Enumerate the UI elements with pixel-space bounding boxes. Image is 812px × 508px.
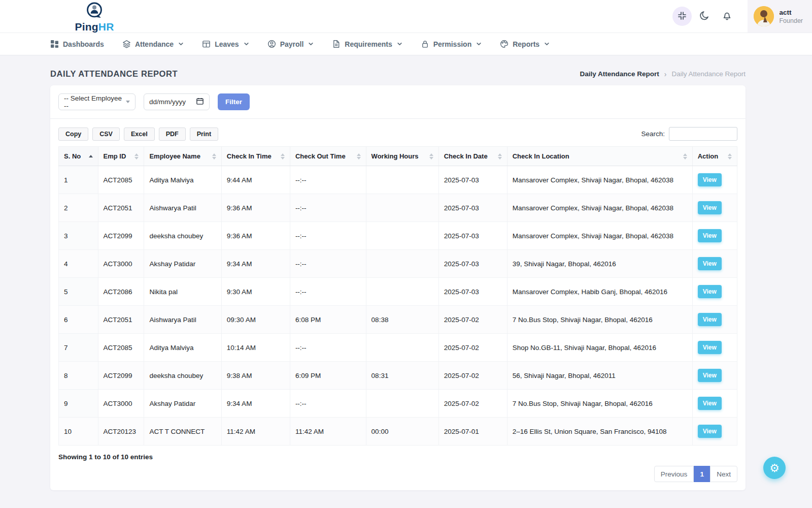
cell-emp-id: ACT3000	[98, 250, 144, 278]
cell-sno: 6	[59, 306, 98, 334]
nav-item-requirements[interactable]: Requirements	[332, 40, 402, 48]
cell-check-in-time: 9:34 AM	[221, 390, 290, 418]
page-1-button[interactable]: 1	[694, 466, 710, 482]
app-header: PingHR	[0, 0, 812, 33]
column-header-action[interactable]: Action	[692, 147, 737, 166]
palette-icon	[500, 40, 509, 48]
nav-item-permission[interactable]: Permission	[421, 40, 482, 48]
cell-emp-id: ACT2051	[98, 194, 144, 222]
cell-emp-id: ACT2085	[98, 334, 144, 362]
view-button[interactable]: View	[698, 425, 722, 438]
cell-action: View	[692, 362, 737, 390]
cell-employee-name: ACT T CONNECT	[144, 418, 221, 446]
cell-action: View	[692, 390, 737, 418]
nav-item-leaves[interactable]: Leaves	[202, 40, 249, 48]
user-meta: actt Founder	[779, 9, 803, 24]
brand-logo[interactable]: PingHR	[75, 1, 114, 32]
cell-check-out-time: --:--	[290, 390, 366, 418]
document-icon	[332, 40, 341, 48]
view-button[interactable]: View	[698, 201, 722, 214]
table-row: 2 ACT2051 Aishwarya Patil 9:36 AM --:-- …	[59, 194, 737, 222]
view-button[interactable]: View	[698, 173, 722, 186]
cell-employee-name: Akshay Patidar	[144, 390, 221, 418]
cell-employee-name: Aishwarya Patil	[144, 306, 221, 334]
column-header-check-out-time[interactable]: Check Out Time	[290, 147, 366, 166]
cell-check-in-location: Mansarover Complex, Shivaji Nagar, Bhopa…	[507, 166, 692, 194]
user-menu[interactable]: actt Founder	[748, 0, 812, 33]
csv-button[interactable]: CSV	[92, 128, 120, 141]
sort-icon	[683, 153, 687, 160]
settings-fab-button[interactable]: ⚙	[763, 457, 786, 479]
brand-name: PingHR	[75, 21, 114, 32]
nav-label: Dashboards	[63, 40, 104, 48]
cell-check-in-date: 2025-07-01	[438, 418, 507, 446]
cell-check-in-time: 9:34 AM	[221, 250, 290, 278]
view-button[interactable]: View	[698, 257, 722, 270]
cell-check-in-date: 2025-07-02	[438, 362, 507, 390]
cell-emp-id: ACT3000	[98, 390, 144, 418]
view-button[interactable]: View	[698, 229, 722, 242]
dark-mode-button[interactable]	[695, 7, 714, 26]
user-name: actt	[779, 9, 803, 16]
cell-emp-id: ACT2099	[98, 362, 144, 390]
column-header-emp-id[interactable]: Emp ID	[98, 147, 144, 166]
column-header-check-in-time[interactable]: Check In Time	[221, 147, 290, 166]
cell-working-hours	[366, 250, 438, 278]
employee-select-value: -- Select Employee --	[64, 94, 126, 110]
breadcrumb-item-sub: Daily Attendance Report	[671, 70, 746, 78]
search-input[interactable]	[669, 127, 737, 141]
cell-check-out-time: --:--	[290, 222, 366, 250]
breadcrumb-item-current[interactable]: Daily Attendance Report	[580, 70, 659, 78]
table-row: 1 ACT2085 Aditya Malviya 9:44 AM --:-- 2…	[59, 166, 737, 194]
breadcrumb-separator-icon: ›	[664, 70, 667, 78]
fullscreen-compress-button[interactable]	[672, 7, 692, 26]
column-header-check-in-date[interactable]: Check In Date	[438, 147, 507, 166]
cell-check-in-date: 2025-07-03	[438, 222, 507, 250]
view-button[interactable]: View	[698, 285, 722, 298]
cell-sno: 1	[59, 166, 98, 194]
cell-check-in-date: 2025-07-03	[438, 278, 507, 306]
view-button[interactable]: View	[698, 313, 722, 326]
excel-button[interactable]: Excel	[124, 128, 155, 141]
view-button[interactable]: View	[698, 341, 722, 354]
cell-emp-id: ACT20123	[98, 418, 144, 446]
nav-item-reports[interactable]: Reports	[500, 40, 550, 48]
cell-check-in-location: 39, Shivaji Nagar, Bhopal, 462016	[507, 250, 692, 278]
column-header-sno[interactable]: S. No	[59, 147, 98, 166]
notifications-button[interactable]	[717, 7, 736, 26]
cell-check-in-date: 2025-07-02	[438, 390, 507, 418]
filter-button[interactable]: Filter	[218, 93, 250, 110]
cell-check-in-date: 2025-07-03	[438, 166, 507, 194]
cell-check-in-time: 09:30 AM	[221, 306, 290, 334]
print-button[interactable]: Print	[190, 128, 218, 141]
cell-working-hours	[366, 278, 438, 306]
view-button[interactable]: View	[698, 369, 722, 382]
cell-check-out-time: 11:42 AM	[290, 418, 366, 446]
previous-page-button[interactable]: Previous	[654, 466, 694, 482]
pdf-button[interactable]: PDF	[159, 128, 186, 141]
nav-item-attendance[interactable]: Attendance	[122, 40, 184, 48]
cell-check-in-time: 9:36 AM	[221, 222, 290, 250]
cell-emp-id: ACT2051	[98, 306, 144, 334]
nav-item-dashboards[interactable]: Dashboards	[50, 40, 104, 48]
cell-sno: 9	[59, 390, 98, 418]
export-buttons: Copy CSV Excel PDF Print	[58, 128, 218, 141]
table-row: 5 ACT2086 Nikita pal 9:30 AM --:-- 2025-…	[59, 278, 737, 306]
column-header-employee-name[interactable]: Employee Name	[144, 147, 221, 166]
cell-emp-id: ACT2085	[98, 166, 144, 194]
grid-icon	[50, 40, 59, 48]
copy-button[interactable]: Copy	[58, 128, 88, 141]
cell-check-out-time: 6:08 PM	[290, 306, 366, 334]
calendar-icon[interactable]	[196, 97, 204, 107]
search-area: Search:	[641, 127, 737, 141]
nav-item-payroll[interactable]: Payroll	[267, 40, 314, 48]
calendar-icon	[202, 40, 211, 48]
date-input[interactable]: dd/mm/yyyy	[144, 93, 210, 110]
column-header-working-hours[interactable]: Working Hours	[366, 147, 438, 166]
view-button[interactable]: View	[698, 397, 722, 410]
column-header-check-in-location[interactable]: Check In Location	[507, 147, 692, 166]
chevron-down-icon	[308, 41, 314, 47]
employee-select[interactable]: -- Select Employee --	[58, 93, 136, 110]
next-page-button[interactable]: Next	[710, 466, 737, 482]
attendance-table: S. No Emp ID Employee Name Check In Time…	[58, 146, 737, 446]
